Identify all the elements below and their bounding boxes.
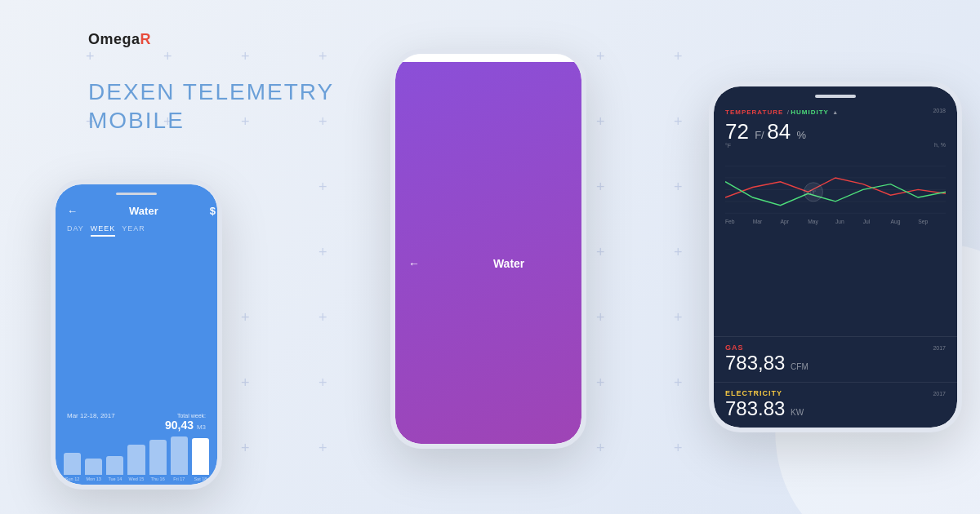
- logo: OmegaR: [88, 31, 151, 48]
- left-header-row: ← Water $: [67, 205, 216, 217]
- decorative-plus: +: [674, 310, 683, 325]
- bar-item: [171, 436, 188, 475]
- decorative-plus: +: [596, 310, 605, 325]
- bar-label: Thu 16: [149, 476, 167, 481]
- left-phone-header: ← Water $ DAY WEEK YEAR: [56, 195, 217, 408]
- decorative-plus: +: [596, 441, 605, 455]
- decorative-plus: +: [318, 375, 327, 390]
- bar-label: Fri 17: [171, 476, 188, 481]
- left-nav-tabs: DAY WEEK YEAR: [67, 222, 216, 237]
- right-phone: TEMPERATURE / HUMIDITY ▲ 2018 72 F/ 84 %…: [709, 82, 962, 432]
- bar-item: [85, 459, 102, 475]
- tagline: DEXEN TELEMETRY MOBILE: [88, 78, 334, 135]
- temp-label: TEMPERATURE / HUMIDITY ▲: [725, 103, 838, 117]
- dollar-icon[interactable]: $: [210, 205, 216, 217]
- temp-unit: F/: [755, 129, 767, 141]
- decorative-plus: +: [241, 441, 250, 455]
- decorative-plus: +: [318, 310, 327, 325]
- bar-item: [64, 453, 81, 475]
- right-phone-screen: TEMPERATURE / HUMIDITY ▲ 2018 72 F/ 84 %…: [714, 86, 957, 428]
- decorative-plus: +: [596, 375, 605, 390]
- center-phone-screen: ← Water $ DAY WEEK YEAR Mar 18, 2017 TOT…: [395, 54, 581, 444]
- decorative-plus: +: [674, 441, 683, 455]
- left-phone-title: Water: [129, 205, 158, 217]
- bar-item: [106, 456, 123, 475]
- left-total-col: Total week: 90,43 M3: [165, 413, 206, 432]
- decorative-plus: +: [318, 179, 327, 194]
- left-bar-chart: [56, 436, 217, 475]
- decorative-plus: +: [674, 375, 683, 390]
- center-header-row: ← Water $: [408, 62, 581, 444]
- decorative-plus: +: [241, 49, 250, 64]
- temp-axis-labels: °F h, %: [725, 142, 946, 149]
- center-hero: ← Water $ DAY WEEK YEAR Mar 18, 2017 TOT…: [395, 62, 581, 444]
- center-phone: ← Water $ DAY WEEK YEAR Mar 18, 2017 TOT…: [390, 49, 586, 449]
- svg-text:Jun: Jun: [835, 219, 844, 224]
- left-phone-screen: ← Water $ DAY WEEK YEAR Mar 12-18, 2017 …: [56, 184, 217, 485]
- bar-label: Tue 14: [106, 476, 123, 481]
- decorative-plus: +: [318, 49, 327, 64]
- left-total-label: Total week:: [165, 413, 206, 419]
- svg-text:Mar: Mar: [753, 219, 763, 224]
- decorative-plus: +: [596, 179, 605, 194]
- bar-item: [127, 445, 145, 475]
- decorative-plus: +: [241, 310, 250, 325]
- left-tab-week[interactable]: WEEK: [91, 222, 116, 237]
- left-tab-day[interactable]: DAY: [67, 222, 84, 237]
- center-title: Water: [493, 257, 524, 270]
- decorative-plus: +: [596, 49, 605, 64]
- elec-section: ELECTRICITY 2017 783.83 KW: [714, 382, 957, 428]
- decorative-plus: +: [674, 245, 683, 259]
- bar-label: Mon 13: [85, 476, 102, 481]
- svg-text:Jul: Jul: [863, 219, 871, 224]
- gas-section: GAS 2017 783,83 CFM: [714, 336, 957, 382]
- svg-text:☞: ☞: [809, 188, 817, 197]
- decorative-plus: +: [674, 179, 683, 194]
- back-arrow-icon[interactable]: ←: [67, 205, 78, 217]
- left-phone: ← Water $ DAY WEEK YEAR Mar 12-18, 2017 …: [51, 179, 222, 490]
- decorative-plus: +: [674, 49, 683, 64]
- svg-text:May: May: [808, 219, 818, 225]
- svg-text:Apr: Apr: [781, 219, 790, 225]
- center-back-icon[interactable]: ←: [408, 257, 420, 270]
- temp-header: TEMPERATURE / HUMIDITY ▲ 2018: [725, 103, 946, 117]
- bar-item: [192, 438, 209, 475]
- bar-label: Sat 18: [192, 476, 209, 481]
- svg-text:Feb: Feb: [725, 219, 735, 224]
- decorative-plus: +: [596, 114, 605, 129]
- temp-reading: 72 F/ 84 %: [725, 121, 946, 142]
- decorative-plus: +: [318, 245, 327, 259]
- left-date-label: Mar 12-18, 2017: [67, 412, 115, 419]
- bar-item: [149, 440, 167, 475]
- decorative-plus: +: [163, 49, 172, 64]
- decorative-plus: +: [241, 375, 250, 390]
- left-tab-year[interactable]: YEAR: [122, 222, 145, 237]
- decorative-plus: +: [596, 245, 605, 259]
- left-date-row: Mar 12-18, 2017 Total week: 90,43 M3: [56, 407, 217, 433]
- temp-chart-svg: Feb Mar Apr May Jun Jul Aug Sep ☞: [725, 154, 946, 225]
- left-bar-labels: Sun 12Mon 13Tue 14Wed 15Thu 16Fri 17Sat …: [56, 475, 217, 485]
- svg-text:Aug: Aug: [890, 219, 900, 225]
- svg-text:Sep: Sep: [918, 219, 928, 225]
- humidity-unit: %: [796, 129, 806, 141]
- left-total-value: 90,43 M3: [165, 419, 206, 432]
- decorative-plus: +: [674, 114, 683, 129]
- decorative-plus: +: [318, 441, 327, 455]
- bar-label: Sun 12: [64, 476, 81, 481]
- bar-label: Wed 15: [127, 476, 145, 481]
- temp-section: TEMPERATURE / HUMIDITY ▲ 2018 72 F/ 84 %…: [714, 98, 957, 336]
- decorative-plus: +: [86, 49, 95, 64]
